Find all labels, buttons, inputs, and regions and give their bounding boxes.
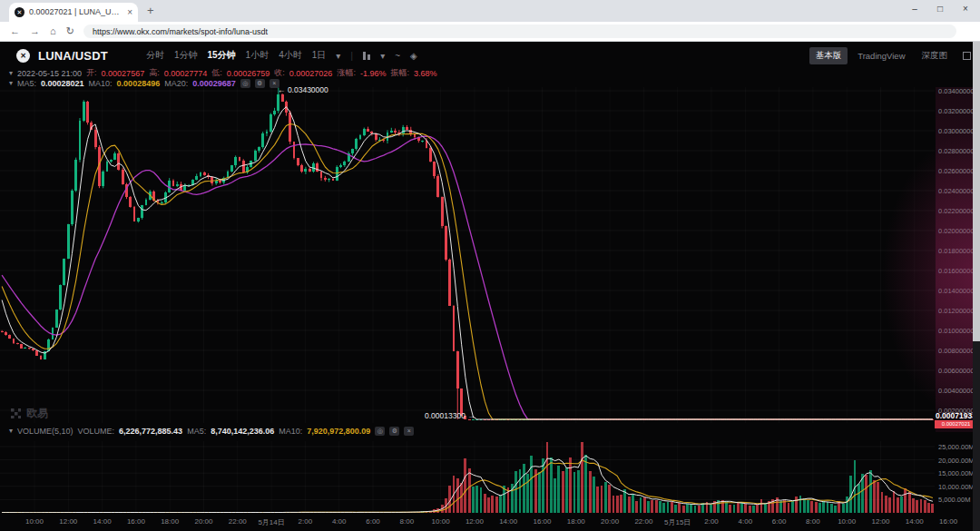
- price-tick: 0.02600000: [938, 167, 975, 175]
- divider: |: [350, 50, 353, 61]
- time-tick: 22:00: [634, 517, 652, 526]
- timeframe-分时[interactable]: 分时: [146, 49, 164, 62]
- current-price-tag: 0.00027021: [935, 420, 977, 428]
- ma10-label: MA10:: [89, 79, 113, 88]
- price-tick: 0.00800000: [938, 347, 975, 355]
- collapse-icon[interactable]: ▾: [9, 427, 13, 435]
- time-tick: 20:00: [194, 517, 212, 526]
- chart-style-dropdown-icon[interactable]: ▾: [380, 51, 385, 61]
- gear-icon[interactable]: ⚙: [389, 427, 399, 436]
- okx-watermark: 欧易: [11, 406, 48, 421]
- ma20-value: 0.00029687: [192, 79, 236, 88]
- time-tick: 6:00: [772, 517, 787, 526]
- okx-mark-icon: [11, 408, 21, 418]
- time-axis[interactable]: 10:0012:0014:0016:0018:0020:0022:005月14日…: [0, 515, 980, 529]
- ma5-value: 0.00028021: [41, 79, 84, 88]
- chart-header: ✕ LUNA/USDT 分时1分钟15分钟1小时4小时1日 ▾ | ▾ ~ ◈ …: [0, 44, 980, 67]
- ma20-label: MA20:: [164, 79, 188, 88]
- time-tick: 16:00: [533, 517, 551, 526]
- price-tick: 0.01200000: [938, 307, 975, 315]
- volume-tick: 20,000.00M: [938, 457, 975, 465]
- collapse-icon[interactable]: ▾: [9, 79, 13, 87]
- volume-ma5-label: MA5:: [187, 427, 206, 436]
- gear-icon[interactable]: ⚙: [255, 79, 265, 88]
- back-icon[interactable]: ←: [10, 25, 20, 37]
- time-tick: 16:00: [127, 517, 145, 526]
- tab-title: 0.00027021 | LUNA_USDT实时行…: [29, 6, 120, 18]
- tab-close-icon[interactable]: ×: [127, 7, 132, 17]
- time-tick: 10:00: [432, 517, 450, 526]
- volume-tick: 10,000.00M: [938, 483, 975, 491]
- time-tick: 22:00: [229, 517, 247, 526]
- time-tick: 12:00: [871, 517, 889, 526]
- chart-style-icon[interactable]: [363, 52, 370, 60]
- nav-buttons: ←→⌂↻: [0, 25, 74, 37]
- maximize-icon[interactable]: □: [935, 4, 946, 14]
- forward-icon[interactable]: →: [30, 25, 40, 37]
- price-tick: 0.02800000: [938, 147, 975, 155]
- minimize-icon[interactable]: –: [909, 4, 920, 14]
- indicator-icon[interactable]: ◈: [410, 51, 417, 61]
- time-tick: 6:00: [366, 517, 380, 526]
- ma10-value: 0.00028496: [117, 79, 161, 88]
- eye-icon[interactable]: ◎: [375, 427, 385, 436]
- home-icon[interactable]: ⌂: [50, 25, 56, 37]
- browser-tab[interactable]: ✕ 0.00027021 | LUNA_USDT实时行… ×: [9, 3, 138, 22]
- close-value: 0.00027026: [289, 69, 333, 78]
- more-timeframes-icon[interactable]: ▾: [336, 51, 340, 61]
- time-tick: 2:00: [704, 517, 719, 526]
- view-tab-list: 基本版TradingView深度图: [809, 47, 954, 64]
- url-text: https://www.okx.com/markets/spot-info/lu…: [93, 27, 268, 36]
- time-tick: 8:00: [400, 517, 415, 526]
- price-axis[interactable]: 0.034000000.032000000.030000000.02800000…: [936, 87, 976, 432]
- close-window-icon[interactable]: ×: [960, 4, 971, 14]
- watermark-text: 欧易: [26, 406, 48, 421]
- timeframe-15分钟[interactable]: 15分钟: [207, 49, 235, 62]
- timeframe-1分钟[interactable]: 1分钟: [174, 49, 198, 62]
- arrow-left-icon: ←: [278, 85, 286, 94]
- view-tab-深度图[interactable]: 深度图: [916, 47, 955, 64]
- window-controls: –□×: [909, 4, 971, 14]
- url-bar[interactable]: https://www.okx.com/markets/spot-info/lu…: [83, 25, 956, 38]
- collapse-icon[interactable]: ▾: [9, 69, 13, 77]
- okx-favicon: ✕: [15, 7, 24, 17]
- refresh-icon[interactable]: ↻: [66, 25, 74, 37]
- eye-icon[interactable]: ◎: [240, 79, 250, 88]
- close-icon[interactable]: ×: [404, 427, 414, 436]
- candle-datetime: 2022-05-15 21:00: [17, 69, 82, 78]
- axis-highlight-price: 0.00071933: [936, 411, 977, 420]
- price-chart[interactable]: [0, 87, 935, 423]
- timeframe-1日[interactable]: 1日: [312, 49, 327, 62]
- scrollbar-thumb[interactable]: [973, 42, 980, 341]
- volume-tick: 15,000.00M: [938, 469, 975, 477]
- volume-axis: 25,000.00M20,000.00M15,000.00M10,000.00M…: [936, 441, 976, 514]
- volume-chart[interactable]: [0, 441, 935, 513]
- volume-ma10-label: MA10:: [279, 427, 302, 436]
- view-tab-基本版[interactable]: 基本版: [809, 47, 848, 64]
- time-tick: 16:00: [939, 517, 957, 526]
- low-annotation: 0.00013300 →: [425, 411, 475, 420]
- page-scrollbar[interactable]: [973, 42, 980, 531]
- view-tab-TradingView[interactable]: TradingView: [851, 48, 911, 64]
- volume-ma5-value: 8,740,142,236.06: [211, 427, 274, 436]
- new-tab-button[interactable]: +: [147, 4, 154, 17]
- line-chart-icon[interactable]: ~: [395, 51, 400, 61]
- time-tick: 14:00: [499, 517, 517, 526]
- price-tick: 0.00400000: [938, 387, 975, 395]
- price-tick: 0.01600000: [938, 267, 975, 275]
- price-tick: 0.02200000: [938, 207, 975, 215]
- time-tick: 14:00: [93, 517, 112, 526]
- timeframe-4小时[interactable]: 4小时: [279, 49, 302, 62]
- ohlc-row: ▾ 2022-05-15 21:00 开: 0.00027567 高: 0.00…: [9, 68, 436, 78]
- time-tick: 10:00: [838, 517, 856, 526]
- low-annotation-value: 0.00013300: [425, 411, 466, 420]
- timeframe-1小时[interactable]: 1小时: [246, 49, 270, 62]
- browser-window: ✕ 0.00027021 | LUNA_USDT实时行… × + –□× ←→⌂…: [0, 0, 980, 531]
- time-tick: 12:00: [59, 517, 77, 526]
- arrow-right-icon: →: [467, 411, 475, 420]
- fullscreen-icon[interactable]: [963, 52, 971, 60]
- price-tick: 0.01000000: [938, 327, 975, 335]
- time-tick: 14:00: [906, 517, 924, 526]
- browser-toolbar: ←→⌂↻ https://www.okx.com/markets/spot-in…: [0, 22, 980, 42]
- time-tick: 5月15日: [664, 517, 691, 527]
